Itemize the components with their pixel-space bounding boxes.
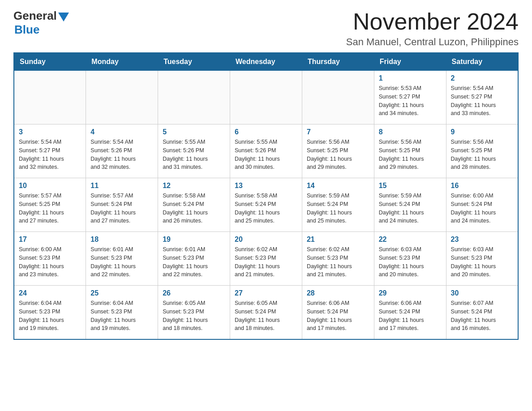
day-sun-info: Sunrise: 6:01 AM Sunset: 5:23 PM Dayligh… bbox=[90, 245, 153, 279]
logo-triangle-icon bbox=[58, 13, 69, 21]
day-of-week-header: Tuesday bbox=[158, 53, 230, 71]
page-header: General Blue November 2024 San Manuel, C… bbox=[13, 9, 519, 48]
calendar-cell: 4Sunrise: 5:54 AM Sunset: 5:26 PM Daylig… bbox=[86, 124, 158, 178]
day-sun-info: Sunrise: 6:05 AM Sunset: 5:23 PM Dayligh… bbox=[163, 299, 225, 333]
day-sun-info: Sunrise: 5:58 AM Sunset: 5:24 PM Dayligh… bbox=[235, 192, 297, 225]
day-number: 5 bbox=[163, 128, 225, 136]
day-sun-info: Sunrise: 5:53 AM Sunset: 5:27 PM Dayligh… bbox=[379, 84, 442, 118]
day-number: 4 bbox=[90, 128, 153, 136]
calendar-cell: 17Sunrise: 6:00 AM Sunset: 5:23 PM Dayli… bbox=[14, 232, 86, 286]
day-sun-info: Sunrise: 5:54 AM Sunset: 5:26 PM Dayligh… bbox=[90, 138, 153, 171]
day-of-week-header: Friday bbox=[374, 53, 446, 71]
day-number: 19 bbox=[163, 235, 225, 244]
day-number: 22 bbox=[379, 235, 442, 244]
calendar-cell: 9Sunrise: 5:56 AM Sunset: 5:25 PM Daylig… bbox=[446, 124, 518, 178]
calendar-cell: 15Sunrise: 5:59 AM Sunset: 5:24 PM Dayli… bbox=[374, 178, 446, 232]
day-sun-info: Sunrise: 6:06 AM Sunset: 5:24 PM Dayligh… bbox=[307, 299, 369, 333]
day-number: 11 bbox=[90, 182, 153, 190]
day-number: 29 bbox=[379, 289, 442, 297]
day-number: 30 bbox=[451, 289, 513, 297]
day-sun-info: Sunrise: 6:06 AM Sunset: 5:24 PM Dayligh… bbox=[379, 299, 442, 333]
day-of-week-header: Monday bbox=[86, 53, 158, 71]
calendar-body: 1Sunrise: 5:53 AM Sunset: 5:27 PM Daylig… bbox=[14, 71, 518, 339]
day-number: 17 bbox=[19, 235, 81, 244]
day-number: 26 bbox=[163, 289, 225, 297]
calendar-cell: 26Sunrise: 6:05 AM Sunset: 5:23 PM Dayli… bbox=[158, 286, 230, 339]
calendar-cell: 3Sunrise: 5:54 AM Sunset: 5:27 PM Daylig… bbox=[14, 124, 86, 178]
calendar-header: SundayMondayTuesdayWednesdayThursdayFrid… bbox=[14, 53, 518, 71]
calendar-cell bbox=[158, 71, 230, 124]
calendar-cell: 18Sunrise: 6:01 AM Sunset: 5:23 PM Dayli… bbox=[86, 232, 158, 286]
calendar-cell: 16Sunrise: 6:00 AM Sunset: 5:24 PM Dayli… bbox=[446, 178, 518, 232]
day-number: 6 bbox=[235, 128, 297, 136]
day-sun-info: Sunrise: 6:00 AM Sunset: 5:24 PM Dayligh… bbox=[451, 192, 513, 225]
day-number: 2 bbox=[451, 74, 513, 82]
day-sun-info: Sunrise: 6:00 AM Sunset: 5:23 PM Dayligh… bbox=[19, 245, 81, 279]
day-number: 23 bbox=[451, 235, 513, 244]
day-number: 8 bbox=[379, 128, 442, 136]
day-sun-info: Sunrise: 5:58 AM Sunset: 5:24 PM Dayligh… bbox=[163, 192, 225, 225]
calendar-cell: 8Sunrise: 5:56 AM Sunset: 5:25 PM Daylig… bbox=[374, 124, 446, 178]
calendar-cell: 21Sunrise: 6:02 AM Sunset: 5:23 PM Dayli… bbox=[302, 232, 374, 286]
day-sun-info: Sunrise: 5:54 AM Sunset: 5:27 PM Dayligh… bbox=[451, 84, 513, 118]
calendar-cell: 30Sunrise: 6:07 AM Sunset: 5:24 PM Dayli… bbox=[446, 286, 518, 339]
calendar-cell bbox=[14, 71, 86, 124]
calendar-cell: 10Sunrise: 5:57 AM Sunset: 5:25 PM Dayli… bbox=[14, 178, 86, 232]
calendar-cell bbox=[302, 71, 374, 124]
day-sun-info: Sunrise: 6:04 AM Sunset: 5:23 PM Dayligh… bbox=[90, 299, 153, 333]
calendar-week-row: 24Sunrise: 6:04 AM Sunset: 5:23 PM Dayli… bbox=[14, 286, 518, 339]
day-number: 24 bbox=[19, 289, 81, 297]
calendar-table: SundayMondayTuesdayWednesdayThursdayFrid… bbox=[13, 52, 519, 340]
day-sun-info: Sunrise: 6:07 AM Sunset: 5:24 PM Dayligh… bbox=[451, 299, 513, 333]
calendar-cell: 20Sunrise: 6:02 AM Sunset: 5:23 PM Dayli… bbox=[230, 232, 302, 286]
day-of-week-header: Wednesday bbox=[230, 53, 302, 71]
calendar-cell: 28Sunrise: 6:06 AM Sunset: 5:24 PM Dayli… bbox=[302, 286, 374, 339]
logo-blue-text: Blue bbox=[14, 23, 39, 37]
day-number: 3 bbox=[19, 128, 81, 136]
calendar-cell: 14Sunrise: 5:59 AM Sunset: 5:24 PM Dayli… bbox=[302, 178, 374, 232]
day-sun-info: Sunrise: 5:59 AM Sunset: 5:24 PM Dayligh… bbox=[307, 192, 369, 225]
day-number: 1 bbox=[379, 74, 442, 82]
day-of-week-header: Saturday bbox=[446, 53, 518, 71]
day-number: 13 bbox=[235, 182, 297, 190]
calendar-cell: 25Sunrise: 6:04 AM Sunset: 5:23 PM Dayli… bbox=[86, 286, 158, 339]
day-number: 16 bbox=[451, 182, 513, 190]
day-sun-info: Sunrise: 5:57 AM Sunset: 5:25 PM Dayligh… bbox=[19, 192, 81, 225]
day-number: 7 bbox=[307, 128, 369, 136]
day-sun-info: Sunrise: 6:02 AM Sunset: 5:23 PM Dayligh… bbox=[307, 245, 369, 279]
calendar-week-row: 17Sunrise: 6:00 AM Sunset: 5:23 PM Dayli… bbox=[14, 232, 518, 286]
day-sun-info: Sunrise: 6:04 AM Sunset: 5:23 PM Dayligh… bbox=[19, 299, 81, 333]
day-sun-info: Sunrise: 5:57 AM Sunset: 5:24 PM Dayligh… bbox=[90, 192, 153, 225]
day-number: 12 bbox=[163, 182, 225, 190]
day-sun-info: Sunrise: 5:59 AM Sunset: 5:24 PM Dayligh… bbox=[379, 192, 442, 225]
calendar-cell: 6Sunrise: 5:55 AM Sunset: 5:26 PM Daylig… bbox=[230, 124, 302, 178]
day-sun-info: Sunrise: 6:01 AM Sunset: 5:23 PM Dayligh… bbox=[163, 245, 225, 279]
day-number: 10 bbox=[19, 182, 81, 190]
day-number: 25 bbox=[90, 289, 153, 297]
day-number: 20 bbox=[235, 235, 297, 244]
day-sun-info: Sunrise: 5:55 AM Sunset: 5:26 PM Dayligh… bbox=[163, 138, 225, 171]
calendar-cell: 19Sunrise: 6:01 AM Sunset: 5:23 PM Dayli… bbox=[158, 232, 230, 286]
calendar-cell: 7Sunrise: 5:56 AM Sunset: 5:25 PM Daylig… bbox=[302, 124, 374, 178]
title-block: November 2024 San Manuel, Central Luzon,… bbox=[346, 9, 519, 48]
day-number: 9 bbox=[451, 128, 513, 136]
day-number: 14 bbox=[307, 182, 369, 190]
calendar-cell: 11Sunrise: 5:57 AM Sunset: 5:24 PM Dayli… bbox=[86, 178, 158, 232]
calendar-cell bbox=[86, 71, 158, 124]
day-sun-info: Sunrise: 6:05 AM Sunset: 5:24 PM Dayligh… bbox=[235, 299, 297, 333]
logo-general-text: General bbox=[13, 9, 57, 23]
calendar-cell: 23Sunrise: 6:03 AM Sunset: 5:23 PM Dayli… bbox=[446, 232, 518, 286]
calendar-week-row: 3Sunrise: 5:54 AM Sunset: 5:27 PM Daylig… bbox=[14, 124, 518, 178]
calendar-week-row: 1Sunrise: 5:53 AM Sunset: 5:27 PM Daylig… bbox=[14, 71, 518, 124]
calendar-cell: 1Sunrise: 5:53 AM Sunset: 5:27 PM Daylig… bbox=[374, 71, 446, 124]
calendar-cell: 24Sunrise: 6:04 AM Sunset: 5:23 PM Dayli… bbox=[14, 286, 86, 339]
day-sun-info: Sunrise: 6:02 AM Sunset: 5:23 PM Dayligh… bbox=[235, 245, 297, 279]
day-sun-info: Sunrise: 5:56 AM Sunset: 5:25 PM Dayligh… bbox=[307, 138, 369, 171]
calendar-cell: 5Sunrise: 5:55 AM Sunset: 5:26 PM Daylig… bbox=[158, 124, 230, 178]
day-sun-info: Sunrise: 6:03 AM Sunset: 5:23 PM Dayligh… bbox=[451, 245, 513, 279]
day-of-week-header: Sunday bbox=[14, 53, 86, 71]
day-of-week-header: Thursday bbox=[302, 53, 374, 71]
logo[interactable]: General Blue bbox=[13, 9, 69, 37]
day-number: 21 bbox=[307, 235, 369, 244]
calendar-week-row: 10Sunrise: 5:57 AM Sunset: 5:25 PM Dayli… bbox=[14, 178, 518, 232]
